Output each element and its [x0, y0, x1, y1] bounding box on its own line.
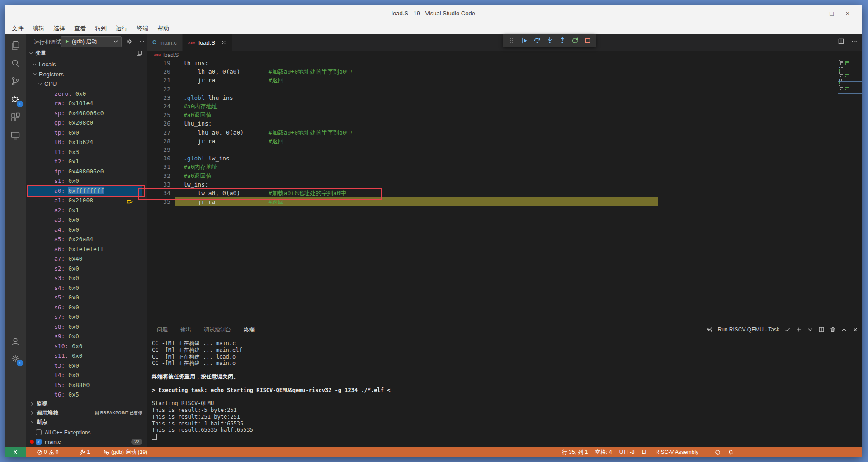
- register-row-s4[interactable]: s4: 0x0: [26, 283, 147, 293]
- line-number[interactable]: 29: [154, 145, 170, 154]
- debug-continue-button[interactable]: [519, 36, 529, 46]
- panel-tab-问题[interactable]: 问题: [152, 323, 172, 336]
- menu-item-转到[interactable]: 转到: [90, 23, 111, 34]
- language-mode-status[interactable]: RISC-V Assembly: [656, 449, 698, 455]
- register-row-a7[interactable]: a7: 0x40: [26, 254, 147, 264]
- line-number[interactable]: 20: [154, 67, 170, 76]
- menu-item-帮助[interactable]: 帮助: [153, 23, 174, 34]
- remote-indicator[interactable]: [5, 447, 26, 457]
- register-row-s8[interactable]: s8: 0x0: [26, 322, 147, 332]
- cursor-position-status[interactable]: 行 35, 列 1: [562, 448, 588, 456]
- tree-item-locals[interactable]: Locals: [26, 60, 147, 70]
- code-line-24[interactable]: 24#a0内存地址: [147, 102, 862, 111]
- panel-tab-终端[interactable]: 终端: [239, 323, 259, 336]
- register-row-s2[interactable]: s2: 0x0: [26, 264, 147, 274]
- code-line-28[interactable]: 28 jr ra #返回: [147, 137, 862, 145]
- launch-config-select[interactable]: (gdb) 启动: [61, 36, 122, 47]
- menu-item-选择[interactable]: 选择: [49, 23, 70, 34]
- notifications-bell-icon[interactable]: [728, 449, 734, 455]
- new-terminal-icon[interactable]: [796, 327, 802, 333]
- panel-tab-调试控制台[interactable]: 调试控制台: [199, 323, 236, 336]
- terminal-output[interactable]: CC -[M] 正在构建 ... main.cCC -[M] 正在构建 ... …: [152, 340, 858, 440]
- breakpoint-checkbox[interactable]: ✓: [36, 439, 42, 445]
- line-number[interactable]: 25: [154, 111, 170, 119]
- panel-tab-输出[interactable]: 输出: [176, 323, 196, 336]
- register-row-a6[interactable]: a6: 0xfefefeff: [26, 244, 147, 254]
- register-row-s10[interactable]: s10: 0x0: [26, 341, 147, 351]
- register-row-s7[interactable]: s7: 0x0: [26, 312, 147, 322]
- start-debug-icon[interactable]: [64, 38, 70, 45]
- line-number[interactable]: 24: [154, 102, 170, 111]
- line-number[interactable]: 32: [154, 172, 170, 180]
- activity-search-icon[interactable]: [5, 54, 26, 72]
- register-row-s3[interactable]: s3: 0x0: [26, 273, 147, 283]
- register-row-s9[interactable]: s9: 0x0: [26, 331, 147, 341]
- breakpoint-checkbox[interactable]: [36, 429, 42, 435]
- register-row-t1[interactable]: t1: 0x3: [26, 147, 147, 157]
- register-row-tp[interactable]: tp: 0x0: [26, 128, 147, 138]
- watch-section-header[interactable]: 监视: [26, 399, 147, 408]
- register-row-a4[interactable]: a4: 0x0: [26, 225, 147, 235]
- tree-item-registers[interactable]: Registers: [26, 70, 147, 79]
- register-row-s5[interactable]: s5: 0x0: [26, 293, 147, 303]
- menu-item-运行[interactable]: 运行: [111, 23, 132, 34]
- activity-account-icon[interactable]: [5, 332, 26, 350]
- maximize-panel-icon[interactable]: [841, 327, 847, 333]
- running-tasks-status[interactable]: 1: [79, 449, 90, 455]
- feedback-icon[interactable]: [715, 449, 721, 455]
- code-line-25[interactable]: 25#a0返回值: [147, 111, 862, 119]
- code-line-30[interactable]: 30.globl lw_ins: [147, 154, 862, 163]
- code-line-31[interactable]: 31#a0内存地址: [147, 163, 862, 171]
- minimap-slider[interactable]: [838, 81, 862, 94]
- close-panel-icon[interactable]: [852, 327, 859, 333]
- register-row-a3[interactable]: a3: 0x0: [26, 215, 147, 225]
- debug-step-into-button[interactable]: [544, 36, 555, 46]
- register-row-s6[interactable]: s6: 0x0: [26, 303, 147, 313]
- line-number[interactable]: 30: [154, 154, 170, 163]
- line-number[interactable]: 28: [154, 137, 170, 145]
- eol-status[interactable]: LF: [642, 449, 648, 455]
- register-row-zero[interactable]: zero: 0x0: [26, 89, 147, 99]
- variables-section-header[interactable]: 变量: [26, 48, 147, 58]
- line-number[interactable]: 31: [154, 163, 170, 171]
- register-row-t6[interactable]: t6: 0x5: [26, 390, 147, 400]
- register-row-t5[interactable]: t5: 0x8800: [26, 380, 147, 390]
- line-number[interactable]: 23: [154, 93, 170, 102]
- register-row-t3[interactable]: t3: 0x0: [26, 361, 147, 371]
- code-line-20[interactable]: 20 lh a0, 0(a0) #加载a0+0地址处的半字到a0中: [147, 67, 862, 76]
- register-row-fp[interactable]: fp: 0x408006e0: [26, 167, 147, 177]
- encoding-status[interactable]: UTF-8: [619, 449, 635, 455]
- register-row-gp[interactable]: gp: 0x208c0: [26, 118, 147, 128]
- line-number[interactable]: 19: [154, 59, 170, 67]
- line-number[interactable]: 26: [154, 119, 170, 128]
- code-line-22[interactable]: 22: [147, 85, 862, 93]
- activity-extensions-icon[interactable]: [5, 108, 26, 126]
- line-number[interactable]: 22: [154, 85, 170, 93]
- debug-step-over-button[interactable]: [532, 36, 542, 46]
- split-terminal-icon[interactable]: [818, 327, 825, 333]
- code-line-26[interactable]: 26lhu_ins:: [147, 119, 862, 128]
- register-row-t4[interactable]: t4: 0x0: [26, 370, 147, 380]
- menu-item-文件[interactable]: 文件: [7, 23, 28, 34]
- open-in-panel-icon[interactable]: [136, 50, 142, 56]
- activity-run-and-debug-icon[interactable]: 1: [5, 90, 26, 108]
- menu-item-编辑[interactable]: 编辑: [28, 23, 49, 34]
- debug-session-status[interactable]: (gdb) 启动 (19): [104, 448, 147, 456]
- debug-stop-button[interactable]: [582, 36, 593, 46]
- indentation-status[interactable]: 空格: 4: [595, 448, 612, 456]
- kill-terminal-icon[interactable]: [830, 327, 836, 333]
- menu-item-终端[interactable]: 终端: [132, 23, 153, 34]
- code-line-21[interactable]: 21 jr ra #返回: [147, 76, 862, 84]
- activity-explorer-icon[interactable]: [5, 36, 26, 54]
- code-line-27[interactable]: 27 lhu a0, 0(a0) #加载a0+0地址处的半字到a0中: [147, 128, 862, 137]
- breakpoints-section-header[interactable]: 断点: [26, 417, 147, 426]
- register-row-ra[interactable]: ra: 0x101e4: [26, 98, 147, 108]
- activity-settings-icon[interactable]: 1: [5, 350, 26, 368]
- activity-remote-explorer-icon[interactable]: [5, 126, 26, 145]
- debug-step-out-button[interactable]: [557, 36, 567, 46]
- more-actions-icon[interactable]: [139, 38, 145, 45]
- activity-source-control-icon[interactable]: [5, 72, 26, 90]
- line-number[interactable]: 27: [154, 128, 170, 137]
- register-row-t2[interactable]: t2: 0x1: [26, 157, 147, 167]
- breakpoint-item-all-c++-exceptions[interactable]: All C++ Exceptions: [26, 428, 147, 437]
